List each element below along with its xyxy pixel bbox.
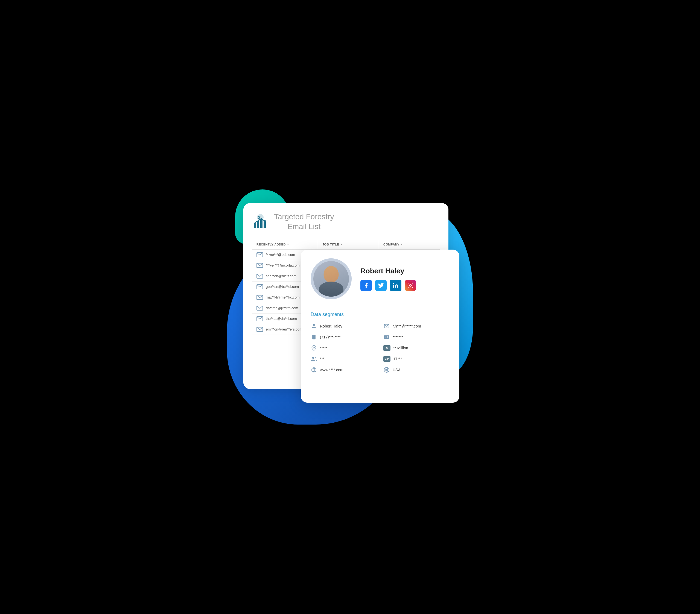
email-address: ***ne***@ods.com (266, 253, 295, 257)
avatar-body (319, 281, 343, 297)
phone-icon (311, 334, 317, 340)
instagram-icon[interactable] (405, 280, 416, 291)
svg-rect-4 (260, 219, 262, 228)
divider-bottom (311, 380, 450, 380)
zip-icon: ZIP (383, 356, 390, 362)
profile-top: Robert Haley (311, 258, 450, 299)
svg-point-25 (312, 357, 314, 359)
data-email-value: r.h***@*****.com (393, 324, 421, 328)
profile-card: Robert Haley Data s (301, 250, 459, 403)
person-icon (311, 323, 317, 329)
data-employees-value: *** (320, 357, 324, 361)
data-item-revenue: $ ** Million (383, 345, 450, 351)
mail-icon (257, 274, 263, 278)
svg-rect-22 (384, 336, 389, 339)
country-icon (383, 367, 390, 373)
svg-point-24 (313, 347, 315, 348)
avatar-person (313, 261, 349, 297)
main-card-header: $ Targeted Forestry Email List (252, 212, 440, 232)
logo-icon: $ (252, 213, 268, 230)
data-item-name: Robert Haley (311, 323, 377, 329)
svg-rect-16 (408, 283, 413, 288)
col-recently-added[interactable]: RECENTLY ADDED ▼ (252, 239, 318, 249)
location-icon (311, 345, 317, 351)
social-icons (360, 280, 450, 291)
mail-icon (257, 316, 263, 321)
data-item-id: ******* (383, 334, 450, 340)
col-job-title[interactable]: JOB TITLE ▼ (318, 239, 379, 249)
data-revenue-value: ** Million (393, 346, 408, 350)
data-segments-title: Data segments (311, 312, 450, 317)
svg-point-30 (386, 369, 387, 371)
data-zip-value: 17*** (393, 357, 402, 361)
data-location-value: ***** (320, 346, 327, 350)
chevron-jobtitle-icon: ▼ (340, 243, 342, 246)
col-company[interactable]: COMPANY ▼ (379, 239, 440, 249)
email-icon (383, 323, 390, 329)
email-address: geo**sn@bc**el.com (266, 285, 299, 289)
avatar-head (324, 266, 339, 283)
data-item-employees: *** (311, 356, 377, 362)
svg-point-15 (393, 283, 394, 284)
main-title: Targeted Forestry Email List (274, 212, 334, 232)
facebook-icon[interactable] (360, 280, 372, 291)
linkedin-icon[interactable] (390, 280, 401, 291)
svg-rect-3 (257, 221, 259, 228)
employees-icon (311, 356, 317, 362)
data-country-value: USA (393, 368, 401, 372)
id-icon (383, 334, 390, 340)
scene: $ Targeted Forestry Email List RECENTLY … (227, 189, 473, 425)
email-address: mat**kl@me**kc.com (266, 295, 300, 299)
data-item-location: ***** (311, 345, 377, 351)
profile-name: Robert Haley (360, 267, 450, 275)
email-address: da**mh@jk**rm.com (266, 306, 298, 310)
data-item-phone: (717)***-**** (311, 334, 377, 340)
chevron-recently-icon: ▼ (287, 243, 289, 246)
data-phone-value: (717)***-**** (320, 335, 340, 339)
chevron-company-icon: ▼ (401, 243, 403, 246)
svg-rect-2 (254, 223, 256, 228)
data-item-website: www.****.com (311, 367, 377, 373)
data-website-value: www.****.com (320, 368, 343, 372)
mail-icon (257, 295, 263, 300)
website-icon (311, 367, 317, 373)
svg-point-6 (264, 220, 266, 222)
svg-point-23 (385, 337, 386, 338)
mail-icon (257, 263, 263, 268)
email-address: emi**on@reu**ers.com (266, 327, 302, 331)
data-item-email: r.h***@*****.com (383, 323, 450, 329)
avatar (311, 258, 352, 299)
email-address: sha**on@ro**t.com (266, 274, 297, 278)
data-grid: Robert Haley r.h***@*****.com (717)***-*… (311, 323, 450, 373)
data-item-zip: ZIP 17*** (383, 356, 450, 362)
email-address: ***yer**@incorta.com (266, 263, 300, 267)
revenue-icon: $ (383, 345, 390, 351)
divider-top (311, 306, 450, 306)
mail-icon (257, 306, 263, 311)
table-header: RECENTLY ADDED ▼ JOB TITLE ▼ COMPANY ▼ (252, 239, 440, 250)
mail-icon (257, 284, 263, 289)
mail-icon (257, 327, 263, 332)
svg-rect-5 (264, 222, 266, 228)
data-id-value: ******* (393, 335, 403, 339)
profile-info: Robert Haley (360, 267, 450, 291)
data-item-country: USA (383, 367, 450, 373)
svg-rect-20 (312, 335, 315, 339)
twitter-icon[interactable] (375, 280, 387, 291)
data-name-value: Robert Haley (320, 324, 342, 328)
svg-point-18 (313, 324, 315, 326)
email-address: tho**as@da**il.com (266, 316, 297, 321)
mail-icon (257, 252, 263, 257)
